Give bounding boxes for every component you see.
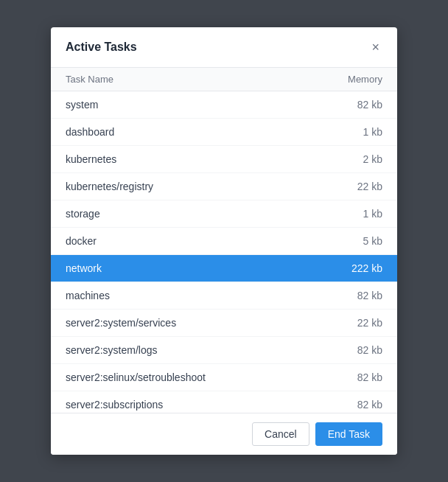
row-task-name: server2:subscriptions [66, 399, 163, 411]
row-memory-value: 1 kb [363, 126, 382, 138]
row-task-name: system [66, 99, 98, 111]
row-task-name: docker [66, 235, 97, 247]
table-row[interactable]: kubernetes2 kb [51, 146, 397, 173]
column-memory: Memory [348, 74, 382, 85]
table-row[interactable]: dashboard1 kb [51, 119, 397, 146]
active-tasks-modal: Active Tasks × Task Name Memory system82… [51, 27, 397, 455]
overlay: Active Tasks × Task Name Memory system82… [0, 0, 448, 482]
table-body: system82 kbdashboard1 kbkubernetes2 kbku… [51, 91, 397, 413]
row-memory-value: 222 kb [351, 262, 382, 274]
row-memory-value: 82 kb [357, 399, 382, 411]
row-task-name: machines [66, 290, 110, 301]
row-task-name: storage [66, 208, 100, 220]
row-memory-value: 22 kb [357, 317, 382, 329]
modal-footer: Cancel End Task [51, 413, 397, 455]
modal-title: Active Tasks [66, 41, 137, 54]
table-row[interactable]: kubernetes/registry22 kb [51, 173, 397, 200]
modal-header: Active Tasks × [51, 27, 397, 68]
row-memory-value: 82 kb [357, 344, 382, 356]
table-row[interactable]: docker5 kb [51, 228, 397, 255]
row-memory-value: 82 kb [357, 99, 382, 111]
table-row[interactable]: server2:system/services22 kb [51, 310, 397, 337]
table-header: Task Name Memory [51, 68, 397, 91]
table-row[interactable]: network222 kb [51, 255, 397, 282]
row-memory-value: 82 kb [357, 371, 382, 383]
table-row[interactable]: machines82 kb [51, 282, 397, 310]
end-task-button[interactable]: End Task [315, 422, 382, 446]
row-task-name: kubernetes/registry [66, 181, 153, 192]
cancel-button[interactable]: Cancel [252, 422, 309, 446]
row-memory-value: 5 kb [363, 235, 382, 247]
close-button[interactable]: × [368, 39, 382, 55]
row-task-name: server2:system/services [66, 317, 176, 329]
row-memory-value: 82 kb [357, 290, 382, 301]
table-row[interactable]: server2:selinux/setroubleshoot82 kb [51, 364, 397, 391]
table-row[interactable]: server2:subscriptions82 kb [51, 391, 397, 413]
row-memory-value: 22 kb [357, 181, 382, 192]
column-task-name: Task Name [66, 74, 113, 85]
row-task-name: network [66, 262, 102, 274]
row-task-name: server2:selinux/setroubleshoot [66, 371, 206, 383]
row-task-name: server2:system/logs [66, 344, 157, 356]
row-memory-value: 2 kb [363, 153, 382, 165]
row-task-name: dashboard [66, 126, 114, 138]
row-memory-value: 1 kb [363, 208, 382, 220]
table-row[interactable]: system82 kb [51, 91, 397, 119]
table-row[interactable]: server2:system/logs82 kb [51, 337, 397, 364]
row-task-name: kubernetes [66, 153, 116, 165]
table-row[interactable]: storage1 kb [51, 200, 397, 228]
